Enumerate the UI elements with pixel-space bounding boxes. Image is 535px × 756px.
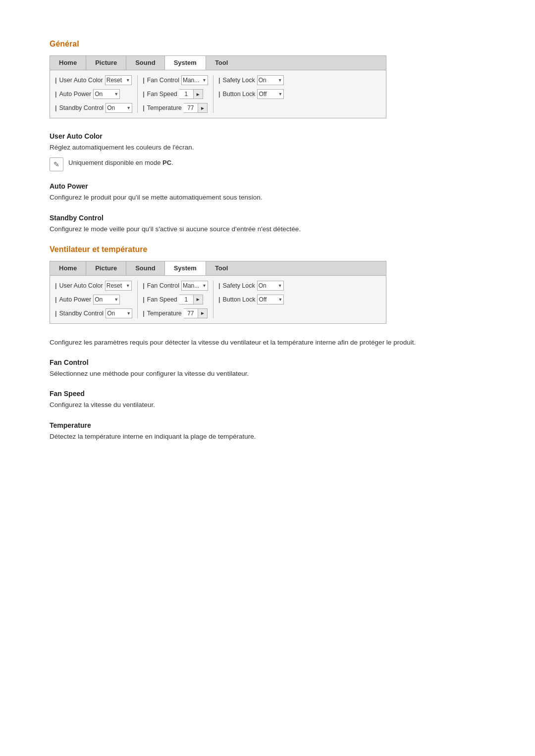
ventilateur-col2: |Fan Control Man... ▼ |Fan Speed 1 ► |Te… (138, 279, 213, 320)
row-standby-control-1: |Standby Control On ▼ (53, 101, 134, 115)
user-auto-color-dropdown-2[interactable]: Reset ▼ (105, 281, 132, 291)
row-fan-speed-1: |Fan Speed 1 ► (141, 87, 210, 101)
row-auto-power-1: |Auto Power On ▼ (53, 87, 134, 101)
user-auto-color-heading: User Auto Color (50, 132, 485, 140)
tab-sound-1[interactable]: Sound (126, 56, 164, 70)
user-auto-color-desc: Réglez automatiquement les couleurs de l… (50, 143, 485, 152)
temperature-desc: Détectez la température interne en indiq… (50, 432, 485, 442)
row-temperature-2: |Temperature 77 ► (141, 306, 210, 320)
button-lock-dropdown-2[interactable]: Off ▼ (257, 295, 284, 304)
general-col3: |Safety Lock On ▼ |Button Lock Off ▼ (214, 73, 289, 115)
tab-system-2[interactable]: System (165, 261, 206, 275)
fan-speed-stepper-1: 1 ► (179, 89, 203, 99)
fan-speed-increment-1[interactable]: ► (193, 89, 203, 99)
temperature-stepper-1: 77 ► (184, 103, 208, 113)
tab-tool-1[interactable]: Tool (206, 56, 237, 70)
row-temperature-1: |Temperature 77 ► (141, 101, 210, 115)
row-button-lock-2: |Button Lock Off ▼ (216, 293, 286, 306)
row-auto-power-2: |Auto Power On ▼ (53, 293, 134, 306)
button-lock-dropdown-1[interactable]: Off ▼ (257, 89, 284, 99)
row-safety-lock-2: |Safety Lock On ▼ (216, 279, 286, 293)
auto-power-dropdown-1[interactable]: On ▼ (93, 89, 120, 99)
row-fan-control-1: |Fan Control Man... ▼ (141, 73, 210, 87)
tab-picture-1[interactable]: Picture (86, 56, 126, 70)
general-col2: |Fan Control Man... ▼ |Fan Speed 1 ► (138, 73, 213, 115)
fan-control-heading: Fan Control (50, 358, 485, 366)
fan-control-desc: Sélectionnez une méthode pour configurer… (50, 369, 485, 379)
general-section: Général Home Picture Sound System Tool |… (50, 40, 485, 234)
fan-control-section: Fan Control Sélectionnez une méthode pou… (50, 358, 485, 379)
standby-control-desc: Configurez le mode veille pour qu'il s'a… (50, 224, 485, 234)
ventilateur-desc: Configurez les paramètres requis pour dé… (50, 338, 485, 348)
user-auto-color-dropdown-1[interactable]: Reset ▼ (105, 75, 132, 85)
tab-sound-2[interactable]: Sound (126, 261, 164, 275)
general-tab-row: Home Picture Sound System Tool (50, 56, 386, 70)
ventilateur-section: Ventilateur et température Home Picture … (50, 245, 485, 442)
temperature-heading: Temperature (50, 421, 485, 429)
row-user-auto-color-2: |User Auto Color Reset ▼ (53, 279, 134, 293)
standby-control-dropdown-2[interactable]: On ▼ (106, 308, 132, 318)
temperature-section: Temperature Détectez la température inte… (50, 421, 485, 442)
safety-lock-dropdown-2[interactable]: On ▼ (257, 281, 284, 291)
ventilateur-col3: |Safety Lock On ▼ |Button Lock Off ▼ (214, 279, 289, 320)
temperature-increment-2[interactable]: ► (198, 308, 208, 318)
safety-lock-dropdown-1[interactable]: On ▼ (257, 75, 284, 85)
ventilateur-table: Home Picture Sound System Tool |User Aut… (50, 261, 386, 324)
tab-home-2[interactable]: Home (50, 261, 86, 275)
tab-tool-2[interactable]: Tool (206, 261, 237, 275)
ventilateur-tab-row: Home Picture Sound System Tool (50, 261, 386, 276)
row-button-lock-1: |Button Lock Off ▼ (216, 87, 286, 101)
general-table: Home Picture Sound System Tool |User Aut… (50, 55, 386, 118)
auto-power-desc: Configurez le produit pour qu'il se mett… (50, 193, 485, 202)
row-fan-speed-2: |Fan Speed 1 ► (141, 293, 210, 306)
auto-power-section: Auto Power Configurez le produit pour qu… (50, 182, 485, 202)
standby-control-heading: Standby Control (50, 214, 485, 222)
auto-power-dropdown-2[interactable]: On ▼ (93, 295, 120, 304)
fan-control-dropdown-1[interactable]: Man... ▼ (181, 75, 208, 85)
auto-power-heading: Auto Power (50, 182, 485, 190)
ventilateur-table-body: |User Auto Color Reset ▼ |Auto Power On … (50, 276, 386, 323)
temperature-increment-1[interactable]: ► (198, 103, 208, 113)
note-icon: ✎ (50, 157, 63, 171)
row-safety-lock-1: |Safety Lock On ▼ (216, 73, 286, 87)
standby-control-dropdown-1[interactable]: On ▼ (106, 103, 132, 113)
ventilateur-col1: |User Auto Color Reset ▼ |Auto Power On … (50, 279, 137, 320)
user-auto-color-section: User Auto Color Réglez automatiquement l… (50, 132, 485, 171)
fan-control-dropdown-2[interactable]: Man... ▼ (181, 281, 208, 291)
tab-home-1[interactable]: Home (50, 56, 86, 70)
row-user-auto-color-1: |User Auto Color Reset ▼ (53, 73, 134, 87)
general-col1: |User Auto Color Reset ▼ |Auto Power On … (50, 73, 137, 115)
ventilateur-desc-section: Configurez les paramètres requis pour dé… (50, 338, 485, 348)
fan-speed-increment-2[interactable]: ► (193, 295, 203, 304)
fan-speed-stepper-2: 1 ► (179, 295, 203, 304)
note-text: Uniquement disponible en mode PC. (68, 157, 173, 166)
row-standby-control-2: |Standby Control On ▼ (53, 306, 134, 320)
ventilateur-title: Ventilateur et température (50, 245, 485, 254)
tab-system-1[interactable]: System (165, 56, 206, 70)
user-auto-color-note: ✎ Uniquement disponible en mode PC. (50, 157, 485, 171)
general-title: Général (50, 40, 485, 49)
standby-control-section: Standby Control Configurez le mode veill… (50, 214, 485, 234)
fan-speed-desc: Configurez la vitesse du ventilateur. (50, 400, 485, 410)
tab-picture-2[interactable]: Picture (86, 261, 126, 275)
fan-speed-section: Fan Speed Configurez la vitesse du venti… (50, 390, 485, 410)
temperature-stepper-2: 77 ► (184, 308, 208, 318)
row-fan-control-2: |Fan Control Man... ▼ (141, 279, 210, 293)
fan-speed-heading: Fan Speed (50, 390, 485, 398)
general-table-body: |User Auto Color Reset ▼ |Auto Power On … (50, 70, 386, 118)
